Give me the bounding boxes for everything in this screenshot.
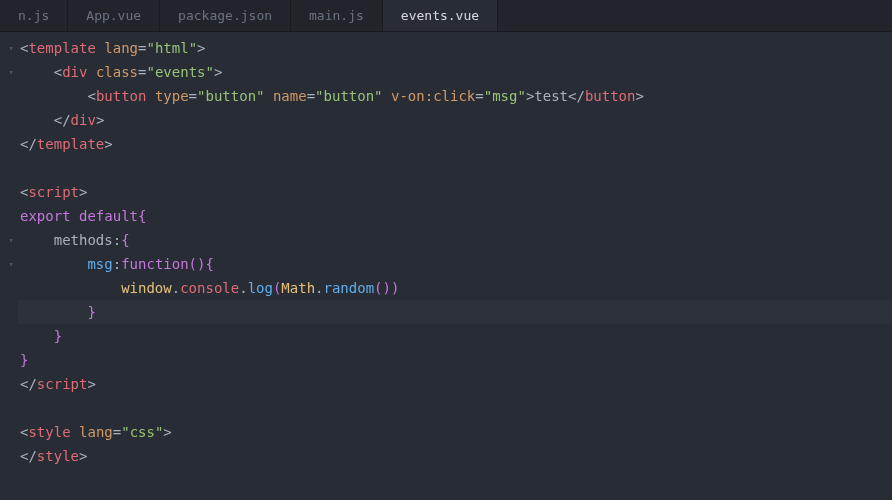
code-area[interactable]: <template lang="html"> <div class="event…	[18, 32, 892, 500]
tab-eventsvue[interactable]: events.vue	[383, 0, 498, 31]
editor[interactable]: ▾ ▾ ▾ ▾ <template lang="html"> <div clas…	[0, 32, 892, 500]
code-line[interactable]: <button type="button" name="button" v-on…	[18, 84, 892, 108]
tab-packagejson[interactable]: package.json	[160, 0, 291, 31]
code-line[interactable]: methods:{	[18, 228, 892, 252]
code-line[interactable]: }	[18, 348, 892, 372]
code-line[interactable]	[18, 156, 892, 180]
code-line[interactable]: </div>	[18, 108, 892, 132]
tab-bar: n.js App.vue package.json main.js events…	[0, 0, 892, 32]
code-line[interactable]: }	[18, 324, 892, 348]
code-line[interactable]: <style lang="css">	[18, 420, 892, 444]
code-line[interactable]: }	[18, 300, 892, 324]
code-line[interactable]: </script>	[18, 372, 892, 396]
code-line[interactable]: <template lang="html">	[18, 36, 892, 60]
tab-appvue[interactable]: App.vue	[68, 0, 160, 31]
code-line[interactable]	[18, 468, 892, 492]
code-line[interactable]: window.console.log(Math.random())	[18, 276, 892, 300]
code-line[interactable]: msg:function(){	[18, 252, 892, 276]
code-line[interactable]: </template>	[18, 132, 892, 156]
code-line[interactable]: <div class="events">	[18, 60, 892, 84]
gutter: ▾ ▾ ▾ ▾	[0, 32, 18, 500]
tab-mainjs[interactable]: main.js	[291, 0, 383, 31]
code-line[interactable]: export default{	[18, 204, 892, 228]
code-line[interactable]: <script>	[18, 180, 892, 204]
tab-njs[interactable]: n.js	[0, 0, 68, 31]
code-line[interactable]	[18, 396, 892, 420]
code-line[interactable]: </style>	[18, 444, 892, 468]
